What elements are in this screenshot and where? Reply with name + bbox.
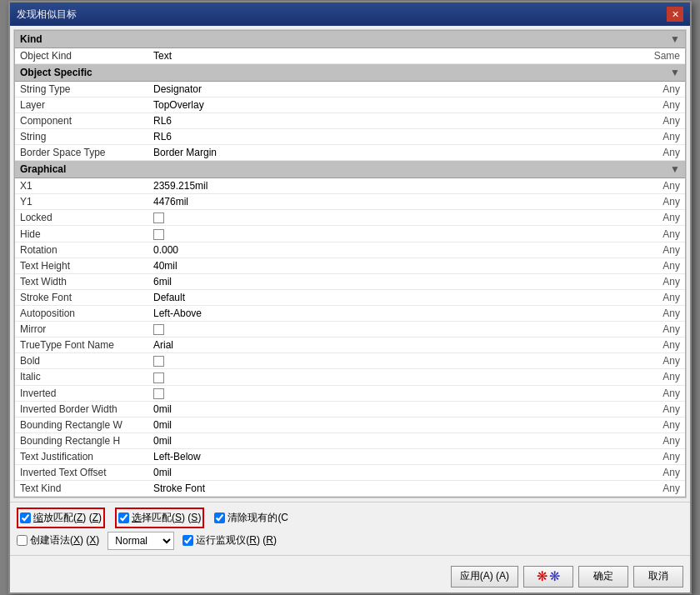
section-collapse-arrow[interactable]: ▼: [670, 163, 680, 175]
property-label: Bounding Rectangle W: [15, 417, 148, 432]
table-row: String TypeDesignatorAny: [15, 82, 685, 98]
property-value: Left-Above: [148, 305, 635, 321]
property-value: RL6: [148, 129, 635, 145]
property-condition[interactable]: Any: [635, 321, 685, 337]
apply-button[interactable]: 应用(A) (A): [451, 566, 518, 588]
property-value[interactable]: [148, 226, 635, 242]
property-condition[interactable]: Any: [635, 178, 685, 194]
property-condition[interactable]: Any: [635, 129, 685, 145]
property-condition[interactable]: Any: [635, 258, 685, 273]
create-syntax-item[interactable]: 创建语法(X) (X): [17, 533, 99, 548]
property-condition[interactable]: Any: [635, 338, 685, 353]
property-label: Y1: [15, 194, 148, 210]
property-condition[interactable]: Any: [635, 226, 685, 242]
property-table-container[interactable]: Kind▼Object KindTextSameObject Specific▼…: [14, 30, 686, 498]
property-condition[interactable]: Any: [635, 210, 685, 226]
checkbox-row-1: 缩放匹配(Z) (Z) 选择匹配(S) (S) 清除现有的(C: [17, 508, 683, 528]
section-name: Object Specific: [20, 67, 92, 78]
property-label: String Type: [15, 82, 148, 98]
property-label: Text Height: [15, 258, 148, 273]
property-condition[interactable]: Any: [635, 98, 685, 113]
clear-existing-item[interactable]: 清除现有的(C: [214, 511, 288, 525]
property-label: Stroke Font: [15, 289, 148, 305]
cancel-button[interactable]: 取消: [633, 566, 683, 588]
property-value: Arial: [148, 338, 635, 353]
property-value[interactable]: [148, 369, 635, 385]
property-condition[interactable]: Any: [635, 305, 685, 321]
property-value: RL6: [148, 113, 635, 129]
property-label: Mirror: [15, 321, 148, 337]
property-condition[interactable]: Any: [635, 480, 685, 496]
property-value[interactable]: [148, 385, 635, 401]
property-condition[interactable]: Any: [635, 385, 685, 401]
table-row: Object KindTextSame: [15, 48, 685, 64]
property-value: Border Margin: [148, 145, 635, 161]
property-condition[interactable]: Same: [635, 48, 685, 64]
property-table: Kind▼Object KindTextSameObject Specific▼…: [15, 31, 685, 497]
icon-decoration: ❋: [537, 568, 548, 584]
table-row: Y14476milAny: [15, 194, 685, 210]
section-name: Kind: [20, 33, 42, 45]
property-label: Border Space Type: [15, 145, 148, 161]
property-condition[interactable]: Any: [635, 369, 685, 385]
property-condition[interactable]: Any: [635, 417, 685, 432]
property-label: Component: [15, 113, 148, 129]
property-condition[interactable]: Any: [635, 194, 685, 210]
create-syntax-checkbox[interactable]: [17, 535, 28, 546]
property-condition[interactable]: Any: [635, 289, 685, 305]
property-condition[interactable]: Any: [635, 145, 685, 161]
run-monitor-checkbox[interactable]: [182, 535, 193, 546]
table-row: StringRL6Any: [15, 129, 685, 145]
property-label: Bold: [15, 353, 148, 369]
ok-button[interactable]: 确定: [578, 566, 628, 588]
close-button[interactable]: ✕: [667, 7, 683, 22]
property-condition[interactable]: Any: [635, 353, 685, 369]
property-condition[interactable]: Any: [635, 113, 685, 129]
mode-dropdown[interactable]: Normal: [108, 532, 174, 550]
zoom-match-label: 缩放匹配(Z) (Z): [33, 511, 102, 525]
table-row: Text KindStroke FontAny: [15, 480, 685, 496]
select-match-label: 选择匹配(S) (S): [132, 511, 201, 525]
property-condition[interactable]: Any: [635, 82, 685, 98]
property-condition[interactable]: Any: [635, 464, 685, 480]
property-label: Rotation: [15, 242, 148, 258]
property-value[interactable]: [148, 210, 635, 226]
run-monitor-item[interactable]: 运行监观仪(R) (R): [182, 533, 277, 548]
property-value[interactable]: [148, 321, 635, 337]
zoom-match-checkbox[interactable]: [20, 512, 31, 523]
property-condition[interactable]: Any: [635, 432, 685, 448]
zoom-match-item[interactable]: 缩放匹配(Z) (Z): [20, 511, 102, 525]
icon-button[interactable]: ❋ ❋: [523, 566, 573, 588]
section-header: Kind▼: [15, 31, 685, 48]
property-condition[interactable]: Any: [635, 401, 685, 417]
section-name: Graphical: [20, 163, 66, 175]
property-label: Inverted Border Width: [15, 401, 148, 417]
checkbox-row-2: 创建语法(X) (X) Normal 运行监观仪(R) (R): [17, 532, 683, 550]
property-condition[interactable]: Any: [635, 448, 685, 464]
clear-existing-label: 清除现有的(C: [228, 511, 288, 525]
table-row: ComponentRL6Any: [15, 113, 685, 129]
property-condition[interactable]: Any: [635, 273, 685, 289]
property-value: Stroke Font: [148, 480, 635, 496]
property-value[interactable]: [148, 353, 635, 369]
table-row: BoldAny: [15, 353, 685, 369]
table-row: ItalicAny: [15, 369, 685, 385]
table-row: LayerTopOverlayAny: [15, 98, 685, 113]
table-row: Stroke FontDefaultAny: [15, 289, 685, 305]
table-row: HideAny: [15, 226, 685, 242]
property-value: 0mil: [148, 417, 635, 432]
section-collapse-arrow[interactable]: ▼: [670, 33, 680, 45]
property-value: Default: [148, 289, 635, 305]
section-collapse-arrow[interactable]: ▼: [670, 67, 680, 78]
property-label: Inverted: [15, 385, 148, 401]
property-label: Inverted Text Offset: [15, 464, 148, 480]
table-row: Text Height40milAny: [15, 258, 685, 273]
property-label: Text Kind: [15, 480, 148, 496]
clear-existing-checkbox[interactable]: [214, 512, 225, 523]
property-condition[interactable]: Any: [635, 242, 685, 258]
main-dialog: 发现相似目标 ✕ Kind▼Object KindTextSameObject …: [8, 1, 692, 594]
select-match-item[interactable]: 选择匹配(S) (S): [118, 511, 201, 525]
property-value: 0mil: [148, 464, 635, 480]
select-match-group: 选择匹配(S) (S): [115, 508, 204, 528]
select-match-checkbox[interactable]: [118, 512, 129, 523]
